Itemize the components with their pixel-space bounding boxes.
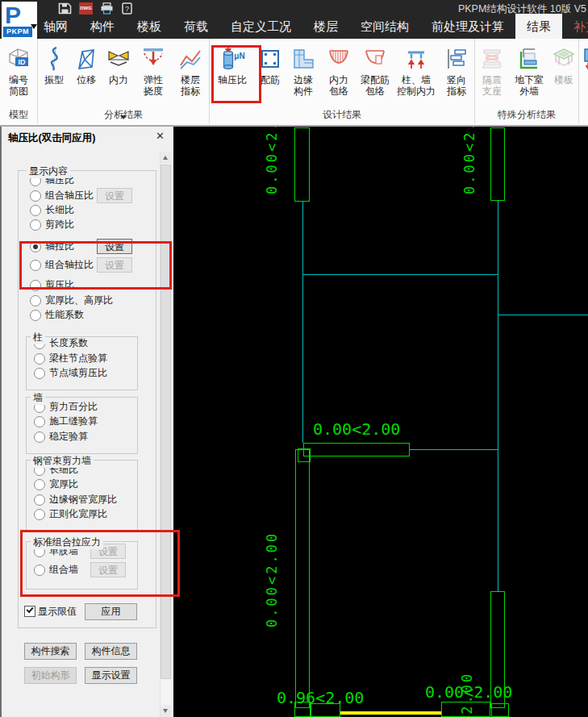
close-icon[interactable]: ✕ (156, 130, 165, 142)
radio-shear-compression-ratio[interactable]: 剪压比 (30, 279, 74, 291)
btn-displacement[interactable]: 位移 (70, 39, 102, 111)
member-search-button[interactable]: 构件搜索 (24, 643, 77, 660)
btn-elastic-deflection[interactable]: 弹性 挠度 (135, 39, 172, 111)
tab-grid[interactable]: 轴网 (32, 14, 79, 39)
radio-combined-wall[interactable]: 组合墙 (34, 564, 78, 576)
radio-icon[interactable] (34, 509, 45, 520)
btn-edge-member[interactable]: 边缘 构件 (286, 39, 321, 111)
selected-member-highlight[interactable] (340, 711, 441, 715)
btn-partial-clipped[interactable]: 底 柱 (579, 39, 588, 111)
btn-floor-index[interactable]: 楼层 指标 (172, 39, 209, 111)
radio-icon[interactable] (30, 295, 41, 306)
radio-stability-check[interactable]: 稳定验算 (34, 431, 88, 443)
btn-basement-wall[interactable]: 地下室 外墙 (509, 39, 549, 111)
radio-normalized-width-thickness[interactable]: 正则化宽厚比 (34, 508, 107, 520)
wall-joint-outline[interactable] (491, 703, 509, 717)
radio-beam-column-joint-check[interactable]: 梁柱节点验算 (34, 352, 107, 365)
radio-label: 节点域剪压比 (49, 366, 107, 380)
settings-button[interactable]: 设置 (97, 239, 132, 254)
ribbon-item-label: 弹性 (144, 74, 163, 85)
radio-width-height-thickness-ratio[interactable]: 宽厚比、高厚比 (30, 294, 113, 306)
tab-supplement[interactable]: 补充 (562, 14, 588, 39)
btn-number-diagram[interactable]: ID 编号 简图 (0, 39, 37, 111)
cad-canvas[interactable]: 0.00<2.00 0.00<2.00 0.00<2.00 0.00<2.00 … (173, 127, 588, 717)
show-limit-checkbox[interactable] (24, 606, 35, 617)
beam-line[interactable] (498, 315, 588, 315)
btn-mode-shape[interactable]: 振型 (38, 39, 70, 111)
radio-icon[interactable] (34, 431, 45, 443)
save-icon[interactable] (58, 2, 72, 15)
radio-icon[interactable] (34, 416, 45, 427)
print-icon[interactable] (100, 2, 114, 15)
member-info-button[interactable]: 构件信息 (85, 643, 137, 660)
tab-pre-calc[interactable]: 前处理及计算 (420, 14, 515, 39)
scroll-down-button[interactable] (161, 705, 171, 717)
radio-icon[interactable] (30, 205, 41, 216)
ribbon-item-label: 指标 (447, 85, 466, 97)
scrollbar-thumb[interactable] (161, 165, 171, 679)
radio-combined-axial-compression[interactable]: 组合轴压比 (30, 190, 94, 202)
radio-icon[interactable] (34, 565, 45, 576)
wall-outline[interactable] (295, 449, 310, 708)
display-settings-button[interactable]: 显示设置 (85, 667, 137, 684)
tab-spatial-structure[interactable]: 空间结构 (349, 14, 420, 39)
radio-joint-zone-shear-ratio[interactable]: 节点域剪压比 (34, 367, 107, 379)
btn-axial-ratio[interactable]: μN 轴压比 (210, 39, 255, 111)
radio-icon[interactable] (30, 190, 41, 202)
radio-axial-tension-ratio[interactable]: 轴拉比 (30, 240, 74, 252)
beam-line[interactable] (303, 274, 498, 275)
radio-icon[interactable] (30, 280, 41, 291)
btn-column-wall-control-force[interactable]: 柱、墙 控制内力 (394, 39, 439, 111)
btn-reinforcement[interactable]: 配筋 (255, 39, 286, 111)
radio-icon[interactable] (30, 241, 41, 252)
beam-rebar-envelope-icon (363, 44, 387, 74)
tab-results[interactable]: 结果 (515, 14, 562, 39)
tab-member[interactable]: 构件 (79, 14, 126, 39)
btn-internal-force[interactable]: 内力 (102, 39, 135, 111)
radio-steel-width-thickness-ratio[interactable]: 宽厚比 (34, 478, 78, 490)
radio-slenderness-ratio[interactable]: 长细比 (30, 204, 74, 216)
radio-icon[interactable] (34, 353, 45, 365)
radio-icon[interactable] (34, 494, 45, 506)
help-book-icon[interactable]: ? (121, 2, 135, 15)
ratio-value-label: 0.00<2.00 (264, 531, 280, 627)
radio-icon[interactable] (34, 479, 45, 490)
radio-edge-tube-width-thickness[interactable]: 边缘钢管宽厚比 (34, 494, 117, 506)
btn-force-envelope[interactable]: 内力 包络 (321, 39, 357, 111)
ribbon-item-label: 振型 (44, 74, 64, 85)
radio-combined-axial-tension[interactable]: 组合轴拉比 (30, 259, 94, 271)
initial-shape-button: 初始构形 (24, 667, 77, 684)
radio-icon[interactable] (30, 260, 41, 271)
radio-icon[interactable] (30, 219, 41, 231)
dwg-export-icon[interactable]: DWG (79, 2, 93, 15)
beam-line[interactable] (410, 449, 498, 450)
tab-slab[interactable]: 楼板 (126, 14, 173, 39)
wall-outline[interactable] (303, 443, 410, 456)
tab-load[interactable]: 荷载 (173, 14, 219, 39)
ribbon-item-label: 指标 (181, 85, 200, 97)
radio-label: 稳定验算 (49, 430, 88, 444)
radio-label: 宽厚比 (49, 477, 78, 491)
btn-beam-rebar-envelope[interactable]: 梁配筋 包络 (357, 39, 394, 111)
column-outline[interactable] (490, 127, 505, 201)
radio-performance-factor[interactable]: 性能系数 (30, 309, 84, 321)
beam-line[interactable] (498, 201, 498, 591)
internal-force-icon (106, 44, 131, 74)
column-outline[interactable] (294, 127, 310, 202)
radio-shear-span-ratio[interactable]: 剪跨比 (30, 219, 74, 231)
radio-construction-joint-check[interactable]: 施工缝验算 (34, 415, 98, 427)
btn-vertical-index[interactable]: 竖向 指标 (439, 39, 474, 111)
id-diagram-icon: ID (6, 44, 31, 74)
settings-button: 设置 (97, 257, 132, 273)
ratio-value-label: 0.00<2.00 (264, 127, 280, 194)
beam-line[interactable] (302, 202, 303, 443)
axial-ratio-icon: μN (218, 44, 247, 74)
tab-story[interactable]: 楼层 (302, 14, 349, 39)
radio-icon[interactable] (34, 368, 45, 379)
radio-label: 梁柱节点验算 (49, 352, 107, 365)
scroll-up-button[interactable] (161, 152, 171, 164)
apply-button[interactable]: 应用 (85, 603, 137, 620)
tab-custom-case[interactable]: 自定义工况 (219, 14, 302, 39)
radio-icon[interactable] (30, 310, 41, 321)
panel-scrollbar[interactable] (160, 152, 171, 717)
